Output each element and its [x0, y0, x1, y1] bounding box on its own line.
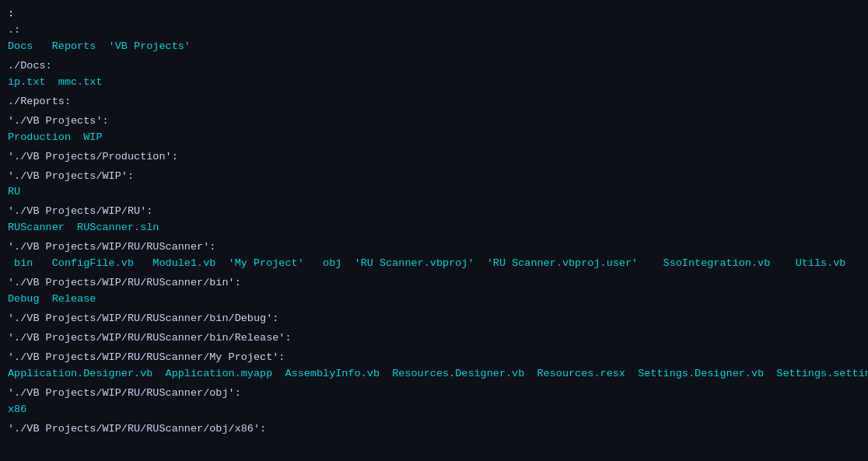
terminal-line: RU [8, 184, 860, 201]
terminal-line: './VB Projects/WIP': [8, 169, 860, 185]
terminal-line: './VB Projects/WIP/RU/RUScanner/bin': [8, 275, 860, 292]
terminal-line: RUScanner RUScanner.sln [8, 220, 860, 236]
prompt-line: : [8, 6, 860, 23]
terminal-line: './VB Projects/WIP/RU/RUScanner/obj': [8, 386, 860, 402]
terminal-line: './VB Projects': [8, 114, 860, 130]
terminal-line: './VB Projects/WIP/RU': [8, 204, 860, 220]
terminal-line: .: [8, 23, 860, 39]
terminal-line: bin ConfigFile.vb Module1.vb 'My Project… [8, 256, 860, 272]
terminal-line: Production WIP [8, 130, 860, 146]
directory-listing: Production WIP [8, 131, 103, 143]
terminal-line: x86 [8, 402, 860, 418]
file-listing: ip.txt mmc.txt [8, 76, 103, 88]
file-listing: RUScanner RUScanner.sln [8, 222, 159, 233]
terminal-line: Docs Reports 'VB Projects' [8, 39, 860, 55]
terminal-line: ip.txt mmc.txt [8, 75, 860, 91]
file-listing: bin ConfigFile.vb Module1.vb 'My Project… [8, 257, 845, 269]
terminal-line: './VB Projects/WIP/RU/RUScanner/bin/Rele… [8, 330, 860, 347]
terminal-window: : .:Docs Reports 'VB Projects' ./Docs:ip… [8, 6, 860, 438]
terminal-output: .:Docs Reports 'VB Projects' ./Docs:ip.t… [8, 23, 860, 438]
terminal-line: './VB Projects/WIP/RU/RUScanner': [8, 239, 860, 256]
terminal-line: ./Reports: [8, 94, 860, 110]
terminal-line: './VB Projects/WIP/RU/RUScanner/bin/Debu… [8, 311, 860, 327]
file-listing: Application.Designer.vb Application.myap… [8, 368, 868, 379]
prompt-colon: : [8, 8, 14, 19]
terminal-line: './VB Projects/WIP/RU/RUScanner/obj/x86'… [8, 421, 860, 438]
terminal-line: Debug Release [8, 292, 860, 308]
terminal-line: './VB Projects/Production': [8, 149, 860, 166]
terminal-line: Application.Designer.vb Application.myap… [8, 366, 860, 382]
directory-listing: Docs Reports 'VB Projects' [8, 40, 191, 52]
terminal-line: './VB Projects/WIP/RU/RUScanner/My Proje… [8, 350, 860, 366]
terminal-line: ./Docs: [8, 58, 860, 75]
directory-listing: Debug Release [8, 293, 96, 305]
